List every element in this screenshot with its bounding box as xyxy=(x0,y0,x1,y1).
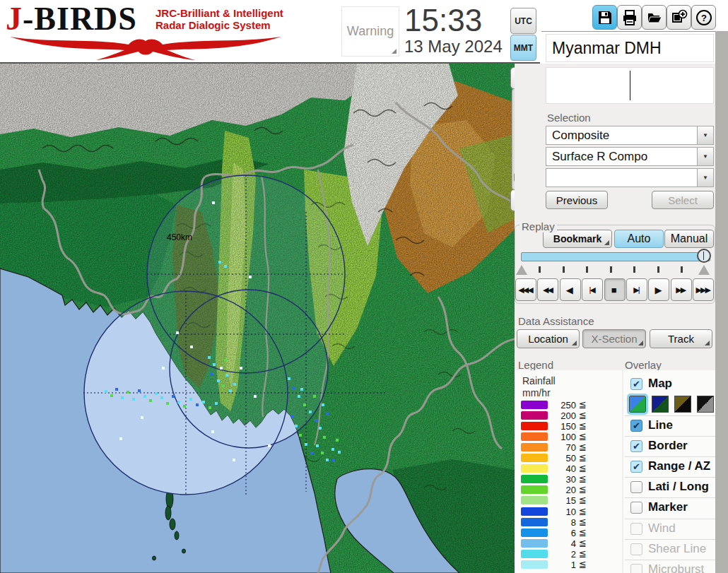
fast-forward-button[interactable]: ▶▶ xyxy=(671,278,692,301)
map-style-terrain-gray[interactable] xyxy=(697,396,714,413)
legend-lte-symbol: ≦ xyxy=(579,484,587,495)
legend-row: 100≦ xyxy=(521,432,592,441)
line-checkbox[interactable]: ✔ xyxy=(630,420,642,432)
add-image-button[interactable] xyxy=(667,5,691,30)
open-folder-button[interactable] xyxy=(642,5,667,30)
select-button[interactable]: Select xyxy=(652,191,714,209)
overlay-item-label: Wind xyxy=(648,521,676,536)
fast-rewind-button[interactable]: ◀◀ xyxy=(537,278,558,301)
jump-to-start-button[interactable]: ◀◀◀ xyxy=(515,278,536,301)
legend-lte-symbol: ≦ xyxy=(579,516,587,527)
warning-label: Warning xyxy=(347,24,394,39)
border-checkbox[interactable]: ✔ xyxy=(630,440,642,452)
slider-tick xyxy=(633,266,635,273)
echo-dot xyxy=(309,410,312,413)
play-button[interactable]: ▶ xyxy=(648,278,669,301)
selection-dropdown-3[interactable]: ▼ xyxy=(546,168,714,187)
slider-start-marker[interactable] xyxy=(516,265,527,275)
selection-dropdown-1[interactable]: Composite ▼ xyxy=(546,126,714,145)
step-forward-button[interactable]: ▶| xyxy=(626,278,647,301)
echo-dot xyxy=(110,394,113,397)
manual-mode-button[interactable]: Manual xyxy=(664,230,714,248)
legend-color-swatch xyxy=(521,475,548,483)
legend-color-swatch xyxy=(521,432,548,441)
map-style-terrain-olive[interactable] xyxy=(674,396,691,413)
stop-button[interactable]: ■ xyxy=(604,278,626,301)
echo-dot xyxy=(138,389,141,392)
legend-row: 8≦ xyxy=(521,517,592,526)
track-button[interactable]: Track xyxy=(650,329,712,348)
menu-corner-icon xyxy=(705,341,710,345)
legend-lte-symbol: ≦ xyxy=(579,538,587,548)
timezone-utc-button[interactable]: UTC xyxy=(510,8,536,34)
range-az-checkbox[interactable]: ✔ xyxy=(630,461,642,473)
echo-dot xyxy=(331,448,334,451)
legend-value: 100 xyxy=(551,432,576,442)
echo-dot xyxy=(316,444,319,447)
jump-to-end-button[interactable]: ▶▶▶ xyxy=(693,278,714,301)
echo-dot xyxy=(202,401,205,403)
legend-lte-symbol: ≦ xyxy=(579,495,587,505)
echo-dot xyxy=(321,451,324,454)
svg-text:?: ? xyxy=(701,13,707,23)
legend-value: 200 xyxy=(551,410,576,421)
legend-title-rainfall: Rainfall xyxy=(522,375,556,386)
legend-row: 10≦ xyxy=(521,507,592,516)
menu-corner-icon xyxy=(604,240,609,245)
dropdown-value: Composite xyxy=(546,129,697,143)
slider-end-marker[interactable] xyxy=(698,265,710,275)
overlay-item-label: Microburst xyxy=(648,562,704,573)
replay-label: Replay xyxy=(519,220,557,232)
legend-lte-symbol: ≦ xyxy=(579,399,587,410)
chevron-down-icon[interactable]: ▼ xyxy=(697,169,713,187)
lati-long-checkbox[interactable] xyxy=(630,481,642,493)
marker-checkbox[interactable] xyxy=(630,502,642,514)
selection-dropdown-2[interactable]: Surface R Compo ▼ xyxy=(546,147,714,166)
echo-dot xyxy=(141,416,143,419)
play-reverse-button[interactable]: ◀ xyxy=(560,278,581,301)
timezone-mmt-button[interactable]: MMT xyxy=(510,35,536,61)
text-caret xyxy=(630,71,630,100)
x-section-button[interactable]: X-Section xyxy=(582,329,646,348)
save-button[interactable] xyxy=(592,5,617,30)
open-folder-icon xyxy=(647,10,662,25)
previous-button[interactable]: Previous xyxy=(546,191,608,209)
station-name: Myanmar DMH xyxy=(546,34,714,62)
logo-subtitle-2: Radar Dialogic System xyxy=(155,19,283,31)
echo-dot xyxy=(288,377,290,380)
map-checkbox[interactable]: ✔ xyxy=(630,378,642,390)
legend-value: 15 xyxy=(551,495,576,506)
panel-collapse-strip[interactable] xyxy=(715,31,728,573)
clock-time: 15:33 xyxy=(404,3,482,38)
echo-dot xyxy=(254,395,257,398)
chevron-down-icon[interactable]: ▼ xyxy=(697,148,713,165)
legend-lte-symbol: ≦ xyxy=(579,559,587,569)
slider-tick xyxy=(681,266,683,273)
data-assistance-label: Data Assistance xyxy=(518,315,594,327)
replay-slider-handle[interactable] xyxy=(697,249,711,263)
overlay-row-line: ✔Line xyxy=(625,415,715,435)
legend-color-swatch xyxy=(521,443,548,451)
overlay-item-label: Shear Line xyxy=(648,542,706,556)
legend-row: 50≦ xyxy=(521,453,592,462)
replay-slider-track[interactable] xyxy=(521,252,710,261)
map-style-terrain-color[interactable] xyxy=(629,396,646,413)
echo-dot xyxy=(224,359,227,362)
print-button[interactable] xyxy=(617,5,642,30)
legend-row: 20≦ xyxy=(521,485,592,494)
chevron-down-icon[interactable]: ▼ xyxy=(697,126,713,144)
warning-button[interactable]: Warning xyxy=(341,6,399,57)
location-button[interactable]: Location xyxy=(517,329,580,348)
echo-dot xyxy=(149,399,152,402)
echo-dot xyxy=(268,444,271,447)
radar-map[interactable]: 450km xyxy=(0,64,515,573)
step-back-button[interactable]: |◀ xyxy=(582,278,603,301)
echo-dot xyxy=(189,398,192,401)
auto-mode-button[interactable]: Auto xyxy=(614,230,664,248)
echo-dot xyxy=(215,402,218,405)
legend-color-swatch xyxy=(521,464,548,473)
map-style-terrain-dark-blue[interactable] xyxy=(652,396,669,413)
help-button[interactable]: ? xyxy=(691,5,716,30)
selection-label: Selection xyxy=(547,112,591,124)
query-input[interactable] xyxy=(546,67,714,104)
